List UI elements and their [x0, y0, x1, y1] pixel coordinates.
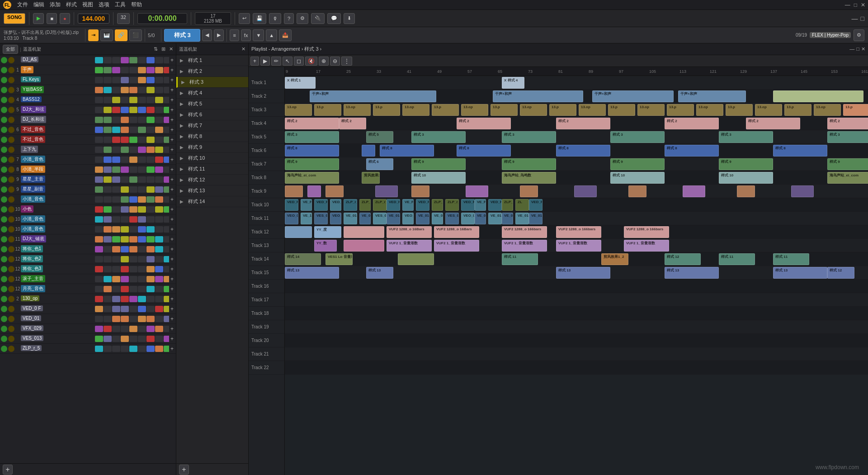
- playlist-block[interactable]: VES_013: [373, 213, 387, 224]
- playlist-block[interactable]: 13.p: [843, 104, 868, 116]
- channel-add-btn[interactable]: +: [169, 256, 175, 262]
- playlist-block[interactable]: 样式 14: [285, 253, 321, 265]
- playlist-block[interactable]: 13.op: [755, 104, 782, 116]
- ch-mute-btn[interactable]: [8, 127, 14, 133]
- playlist-block[interactable]: VED_F: [416, 199, 429, 211]
- ch-mute-btn[interactable]: [8, 336, 14, 342]
- ch-all-btn[interactable]: 全部: [3, 45, 18, 54]
- menu-add[interactable]: 添加: [50, 1, 61, 9]
- playlist-block[interactable]: VUF2 1288_o 166bars: [624, 226, 669, 238]
- playlist-block[interactable]: 海鸟声站_鸟鸣数: [502, 172, 556, 184]
- playlist-block[interactable]: VE_013: [475, 213, 486, 224]
- channel-row[interactable]: FL Keys +: [0, 75, 176, 85]
- playlist-block[interactable]: ZLP_r_5: [359, 199, 371, 211]
- playlist-block[interactable]: 样式 2: [457, 118, 511, 129]
- playlist-block[interactable]: VUF2 1_音量渐数: [502, 240, 547, 252]
- playlist-block[interactable]: 13.p: [608, 104, 635, 116]
- ch-mute-btn[interactable]: [8, 196, 14, 203]
- channel-row[interactable]: 9 星星_主音 +: [0, 175, 176, 185]
- ch-active-btn[interactable]: [1, 97, 7, 103]
- pattern-list-item[interactable]: ▶ 样式 14: [176, 196, 248, 207]
- channel-add-btn[interactable]: +: [169, 316, 175, 322]
- ch-active-btn[interactable]: [1, 196, 7, 203]
- channel-add-btn[interactable]: +: [169, 336, 175, 342]
- ch-mute-btn[interactable]: [8, 286, 14, 292]
- pl-erase-btn[interactable]: ◻: [294, 57, 304, 66]
- channel-add-btn[interactable]: +: [169, 346, 175, 352]
- track-row[interactable]: 样式 3样式 5样式 3样式 3样式 3样式 3样式 3: [285, 130, 868, 144]
- ch-mute-btn[interactable]: [8, 316, 14, 322]
- close-btn[interactable]: ✕: [861, 2, 865, 8]
- ch-active-btn[interactable]: [1, 57, 7, 63]
- channel-row[interactable]: VFX_029 +: [0, 324, 176, 334]
- playlist-block[interactable]: 13.op: [579, 104, 606, 116]
- playlist-block[interactable]: 样式 9: [285, 158, 339, 170]
- ch-active-btn[interactable]: [1, 306, 7, 312]
- channel-row[interactable]: 5 DJ大_和弦 +: [0, 105, 176, 115]
- playlist-block[interactable]: VUF2 1288_o 16Bars: [434, 226, 479, 238]
- playlist-block[interactable]: X 样式 1: [285, 77, 316, 89]
- channel-add-btn[interactable]: +: [169, 296, 175, 302]
- playlist-block[interactable]: 样式 8: [457, 145, 511, 157]
- ch-mute-btn[interactable]: [8, 256, 14, 262]
- channel-add-btn[interactable]: +: [169, 117, 175, 123]
- ch-mute-btn[interactable]: [8, 87, 14, 93]
- playlist-block[interactable]: [285, 185, 303, 197]
- channel-add-btn[interactable]: +: [169, 166, 175, 173]
- playlist-block[interactable]: VE_013: [488, 213, 502, 224]
- playlist-block[interactable]: 样式 3: [285, 131, 339, 143]
- prev-pattern-btn[interactable]: ◀: [202, 29, 212, 41]
- playlist-block[interactable]: VE_013: [502, 213, 513, 224]
- playlist-block[interactable]: VED_F: [461, 199, 475, 211]
- playlist-block[interactable]: 剪风效果1_2: [362, 172, 380, 184]
- pattern-list-item[interactable]: ▶ 样式 1: [176, 55, 248, 66]
- channel-row[interactable]: 2 130_op +: [0, 294, 176, 304]
- playlist-block[interactable]: 样式 11: [719, 253, 755, 265]
- ch-mute-btn[interactable]: [8, 157, 14, 163]
- channel-row[interactable]: 9 星星_副音 +: [0, 185, 176, 195]
- pl-play-btn[interactable]: ▶: [260, 57, 270, 66]
- ch-active-btn[interactable]: [1, 246, 7, 252]
- playlist-block[interactable]: 样式 2: [665, 118, 719, 129]
- ch-active-btn[interactable]: [1, 296, 7, 302]
- arrow-up-btn[interactable]: ▲: [266, 29, 277, 41]
- playlist-block[interactable]: X 样式 4: [502, 77, 524, 89]
- pl-mute-btn[interactable]: 🔇: [305, 57, 317, 66]
- plugin-btn[interactable]: 🔌: [311, 13, 325, 24]
- pattern-list-item[interactable]: ▶ 样式 6: [176, 109, 248, 120]
- ch-mute-btn[interactable]: [8, 306, 14, 312]
- channel-row[interactable]: 10 小清_音色 +: [0, 214, 176, 224]
- ch-active-btn[interactable]: [1, 67, 7, 73]
- bpm-display[interactable]: 144.000: [78, 14, 109, 24]
- pattern-list-item[interactable]: ▶ 样式 10: [176, 153, 248, 164]
- playlist-block[interactable]: VE_F: [301, 199, 312, 211]
- playlist-block[interactable]: 样式 5: [366, 131, 393, 143]
- playlist-block[interactable]: 样式 13: [773, 267, 827, 279]
- playlist-block[interactable]: 13.p: [373, 104, 400, 116]
- channel-row[interactable]: DJ_长和弦 +: [0, 115, 176, 125]
- playlist-block[interactable]: 13.p: [667, 104, 694, 116]
- playlist-block[interactable]: 海鸟声站_ei_com: [285, 172, 339, 184]
- playlist-block[interactable]: 剪风效果1_2: [601, 253, 628, 265]
- playlist-block[interactable]: VE_1: [301, 213, 312, 224]
- playlist-block[interactable]: [344, 226, 384, 238]
- ch-sort-icon[interactable]: ⇅: [154, 46, 158, 52]
- playlist-block[interactable]: [411, 185, 429, 197]
- channel-row[interactable]: DJ_AS +: [0, 55, 176, 65]
- playlist-block[interactable]: 13.op: [402, 104, 429, 116]
- playlist-block[interactable]: VES1 Lo 音量渐数: [326, 253, 353, 265]
- ch-mute-btn[interactable]: [8, 266, 14, 272]
- playlist-block[interactable]: 样式 8: [285, 145, 339, 157]
- window-maximize[interactable]: □: [861, 15, 864, 22]
- channel-add-btn[interactable]: +: [169, 147, 175, 153]
- channel-add-btn[interactable]: +: [169, 306, 175, 312]
- playlist-block[interactable]: VE_013: [416, 213, 429, 224]
- channel-add-btn[interactable]: +: [169, 276, 175, 282]
- playlist-block[interactable]: 样式 10: [610, 172, 665, 184]
- arrow-down-btn[interactable]: ▼: [253, 29, 264, 41]
- playlist-block[interactable]: VES_013: [314, 213, 328, 224]
- channel-row[interactable]: 12 月亮_音色 +: [0, 284, 176, 294]
- playlist-block[interactable]: 13.op: [696, 104, 723, 116]
- playlist-block[interactable]: [520, 185, 538, 197]
- playlist-block[interactable]: VED_F: [314, 199, 328, 211]
